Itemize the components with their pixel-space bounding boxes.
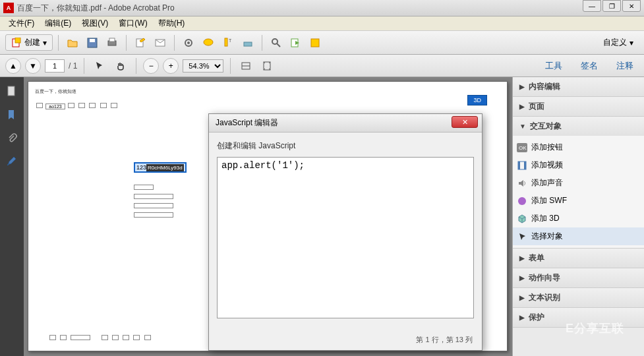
page-down-button[interactable]: ▼ [25,58,41,74]
attachments-button[interactable] [5,131,19,146]
print-button[interactable] [103,34,121,51]
zoom-select[interactable]: 54.3% [183,59,223,73]
fit-page-icon [261,60,273,72]
svg-rect-1 [15,38,20,43]
fit-page-button[interactable] [258,57,276,74]
javascript-editor-dialog: JavaScript 编辑器 ✕ 创建和编辑 JavaScript app.al… [208,113,483,351]
dialog-close-button[interactable]: ✕ [452,116,478,128]
tab-tools[interactable]: 工具 [540,57,568,74]
svg-rect-3 [90,39,95,42]
field-box [134,185,154,190]
chevron-right-icon: ▶ [519,83,525,90]
menu-view[interactable]: 视图(V) [76,16,113,30]
zoom-in-button[interactable]: + [163,58,179,74]
field-box [68,103,74,108]
doc-header: 百度一下，你就知道 [35,88,500,95]
signatures-button[interactable] [5,155,19,169]
field-box [144,335,151,340]
zoom-out-button[interactable]: − [143,58,159,74]
fit-width-icon [240,60,252,72]
item-add-swf[interactable]: 添加 SWF [513,192,644,210]
svg-rect-17 [311,39,319,47]
field-box [100,103,107,108]
field-box [111,103,117,108]
tag-3d[interactable]: 3D [467,95,487,105]
thumbnails-button[interactable] [5,84,19,98]
chevron-right-icon: ▶ [519,294,525,301]
chevron-right-icon: ▶ [519,274,525,282]
edit-button[interactable] [132,34,149,51]
panel-protection[interactable]: ▶保护 [513,308,644,327]
item-select-object[interactable]: 选择对象 [513,227,644,245]
tab-sign[interactable]: 签名 [575,57,603,74]
highlight-button[interactable]: T [220,34,237,51]
item-add-button[interactable]: OK添加按钮 [513,138,644,156]
mail-button[interactable] [152,34,169,51]
menu-edit[interactable]: 编辑(E) [40,16,76,30]
convert-button[interactable] [287,34,305,51]
app-icon: A [3,3,14,13]
code-editor[interactable]: app.alert('1'); [217,157,474,318]
create-button[interactable]: 创建 ▾ [5,34,53,51]
item-add-video[interactable]: 添加视频 [513,156,644,174]
panel-recognition[interactable]: ▶文本识别 [513,288,644,307]
panel-interactive-body: OK添加按钮 添加视频 添加声音 添加 SWF 添加 3D 选择对象 [513,136,644,248]
window-title: 百度一下，你就知道.pdf - Adobe Acrobat Pro [17,3,175,14]
svg-point-14 [272,39,278,44]
field-box [102,335,108,340]
convert-icon [290,37,302,49]
dialog-title-bar[interactable]: JavaScript 编辑器 ✕ [209,114,482,133]
select-tool[interactable] [91,57,108,74]
edit-icon [134,37,146,49]
field-box [89,103,96,108]
form-field-selected[interactable]: 123R0cHM6Ly93d [134,162,187,173]
item-add-3d[interactable]: 添加 3D [513,210,644,227]
field-box [134,212,173,218]
panel-forms[interactable]: ▶表单 [513,249,644,268]
customize-button[interactable]: 自定义 ▾ [598,35,639,50]
comment-button[interactable] [200,34,217,51]
pen-icon [6,156,18,168]
item-add-sound[interactable]: 添加声音 [513,174,644,192]
maximize-button[interactable]: ❐ [602,0,621,12]
multimedia-button[interactable] [307,34,324,51]
search-button[interactable] [268,34,285,51]
swf-icon [517,196,527,206]
right-tabs: 工具 签名 注释 [540,57,639,74]
panel-interactive[interactable]: ▼交互对象 [513,117,644,136]
field-box [49,335,56,340]
chevron-down-icon: ▼ [519,123,526,130]
field-box [112,335,119,340]
mail-icon [154,37,166,49]
menu-file[interactable]: 文件(F) [3,16,40,30]
page-up-button[interactable]: ▲ [5,58,21,74]
svg-rect-21 [8,86,15,96]
field-box [133,335,140,340]
svg-rect-5 [109,38,115,42]
field-box: ao123 [45,104,65,109]
dropdown-icon: ▾ [43,38,47,47]
folder-icon [67,37,78,49]
fit-width-button[interactable] [237,57,254,74]
cursor-icon [94,61,105,71]
svg-point-27 [518,197,526,205]
open-button[interactable] [64,34,81,51]
hand-icon [115,61,126,71]
page-number-input[interactable] [45,59,65,73]
ok-icon: OK [517,142,527,153]
panel-pages[interactable]: ▶页面 [513,97,644,116]
bookmark-icon [6,109,18,121]
stamp-button[interactable] [239,34,256,51]
panel-content-edit[interactable]: ▶内容编辑 [513,77,644,96]
tab-comment[interactable]: 注释 [611,57,639,74]
minimize-button[interactable]: — [583,0,601,12]
close-window-button[interactable]: ✕ [622,0,641,12]
settings-button[interactable] [180,34,197,51]
panel-action-wizard[interactable]: ▶动作向导 [513,268,644,287]
menu-window[interactable]: 窗口(W) [113,16,152,30]
menu-help[interactable]: 帮助(H) [153,16,190,30]
separator [126,35,127,51]
save-button[interactable] [84,34,101,51]
bookmarks-button[interactable] [5,107,19,122]
hand-tool[interactable] [112,57,129,74]
